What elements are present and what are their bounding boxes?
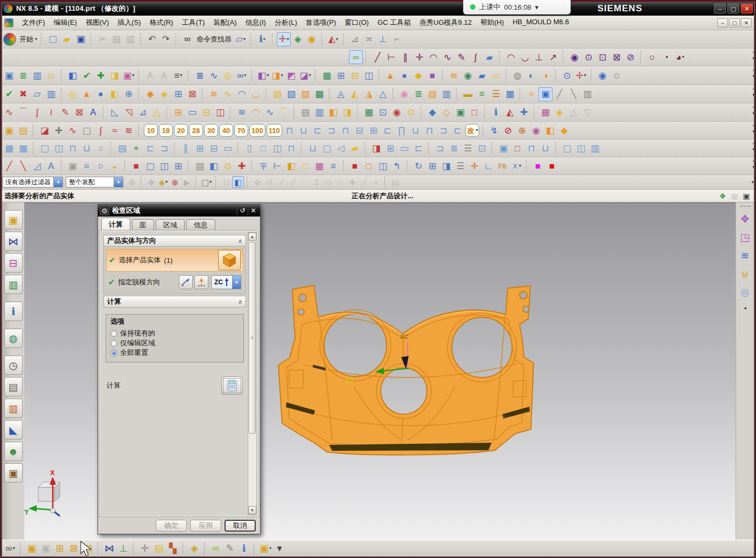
- orange-cube-icon[interactable]: ◧: [543, 123, 557, 137]
- sphere2-icon[interactable]: ●: [94, 87, 108, 101]
- arc4-icon[interactable]: ⌒: [16, 106, 30, 120]
- move-component-icon[interactable]: ✥: [738, 211, 753, 226]
- sew-icon[interactable]: ⊟: [199, 106, 213, 120]
- thread-icon[interactable]: ✛▾: [574, 68, 588, 82]
- reuse-library-icon[interactable]: ▥: [4, 275, 23, 294]
- arc5-icon[interactable]: ⌒: [299, 176, 311, 188]
- rail2-icon[interactable]: ⊐: [157, 141, 171, 155]
- trimmed-sheet-icon[interactable]: ▧: [284, 87, 298, 101]
- redo-icon[interactable]: ↷: [159, 32, 173, 46]
- menu-item[interactable]: 编辑(E): [50, 16, 81, 29]
- untrim-icon[interactable]: ⊠: [185, 87, 199, 101]
- cup-icon[interactable]: ⊔: [80, 141, 94, 155]
- filter-funnel-icon[interactable]: ◈▾: [157, 176, 169, 188]
- red-block-icon[interactable]: ■: [129, 159, 143, 173]
- clamp3-icon[interactable]: ⊓: [524, 141, 538, 155]
- cross-icon[interactable]: ✛: [52, 123, 66, 137]
- frame2-icon[interactable]: ▢: [320, 141, 334, 155]
- selection-filter-dropdown[interactable]: 没有选择过滤器 ▾: [2, 177, 63, 187]
- half-icon[interactable]: ◒: [108, 159, 122, 173]
- section-header-body-direction[interactable]: 产品实体与方向 ∧: [103, 235, 246, 247]
- sketch-grid-icon[interactable]: ▥: [44, 87, 58, 101]
- grid3-icon[interactable]: ⊞: [383, 141, 397, 155]
- i-form-icon[interactable]: ◭: [348, 87, 362, 101]
- distance-icon[interactable]: ≡: [475, 87, 489, 101]
- snap-mid-icon[interactable]: ≍: [362, 32, 376, 46]
- ellipse-icon[interactable]: ⊘: [624, 50, 638, 64]
- datum-csys-icon[interactable]: ◺: [108, 106, 122, 120]
- assembly-constraints-icon[interactable]: ⊥: [116, 541, 130, 555]
- split-icon[interactable]: ◫: [52, 141, 66, 155]
- start-menu[interactable]: 开始▾: [17, 32, 38, 46]
- datum-point-icon[interactable]: △: [150, 106, 164, 120]
- select-product-body-row[interactable]: ✔ 选择产品实体 (1): [106, 249, 243, 271]
- stamp-icon[interactable]: A: [143, 68, 157, 82]
- radio-option[interactable]: 仅编辑区域: [110, 338, 239, 348]
- tube-icon[interactable]: ◉: [390, 106, 404, 120]
- offset-curve-icon[interactable]: ▥: [312, 106, 326, 120]
- match-edge-icon[interactable]: △: [376, 87, 390, 101]
- section-curve-icon[interactable]: ⌒: [277, 106, 291, 120]
- slide-icon[interactable]: ▭: [397, 141, 411, 155]
- text2-icon[interactable]: A: [44, 159, 58, 173]
- menu-item[interactable]: 插入(S): [113, 16, 145, 29]
- moldbase-icon[interactable]: ⊓: [283, 123, 297, 137]
- filter-target-icon[interactable]: ⊕: [515, 123, 529, 137]
- fillet-icon[interactable]: ◠: [504, 50, 518, 64]
- extrude-icon[interactable]: ▰: [475, 68, 489, 82]
- menu-item[interactable]: 装配(A): [209, 16, 241, 29]
- moldbase-icon[interactable]: ⊓: [423, 123, 437, 137]
- vector-dialog-button[interactable]: [179, 275, 193, 289]
- command-finder-icon[interactable]: ∞: [180, 32, 194, 46]
- marquee-icon[interactable]: ▢▾: [200, 176, 213, 188]
- radio-icon[interactable]: [110, 340, 117, 347]
- shaded-box-icon[interactable]: ▣: [538, 87, 552, 101]
- tab-区域[interactable]: 区域: [156, 219, 185, 231]
- washer-icon[interactable]: ◎: [221, 68, 235, 82]
- rectangle2-icon[interactable]: ⊠: [610, 50, 624, 64]
- lightning-icon[interactable]: ↯: [487, 123, 501, 137]
- moldbase-icon[interactable]: ⊟: [353, 123, 367, 137]
- grid4-icon[interactable]: ⊞: [171, 159, 185, 173]
- radio-icon[interactable]: [110, 350, 117, 357]
- list2-icon[interactable]: ☰: [461, 141, 475, 155]
- interpart-link-icon[interactable]: ∞: [209, 541, 223, 555]
- magenta-swatch[interactable]: ■: [531, 159, 545, 173]
- grid2-icon[interactable]: ▦: [16, 141, 30, 155]
- cylinder-icon[interactable]: ■: [425, 68, 439, 82]
- datum-plane2-icon[interactable]: ⊿: [136, 106, 150, 120]
- menu-item[interactable]: 工具(T): [178, 16, 209, 29]
- cup2-icon[interactable]: ⊔: [306, 141, 320, 155]
- groups-icon[interactable]: ☻: [4, 442, 23, 461]
- check-icon[interactable]: ✔: [2, 87, 16, 101]
- torus-icon[interactable]: ◎: [66, 87, 80, 101]
- size-110-button[interactable]: 110: [267, 124, 282, 137]
- word-icon[interactable]: 字: [256, 159, 270, 173]
- thicken-icon[interactable]: ▭: [185, 106, 199, 120]
- section-icon[interactable]: ≣: [411, 87, 425, 101]
- box2-icon[interactable]: □: [256, 141, 270, 155]
- lasso-icon[interactable]: ∞▾: [235, 68, 249, 82]
- arrangements-icon[interactable]: ▤: [152, 541, 166, 555]
- menu-item[interactable]: 首选项(P): [302, 16, 340, 29]
- assembly-navigator-icon[interactable]: ▣: [4, 210, 23, 229]
- scrollbar-thumb[interactable]: ≡: [249, 242, 256, 434]
- line6-icon[interactable]: ╱: [358, 176, 370, 188]
- ruler-icon[interactable]: ☰: [453, 159, 467, 173]
- chamfer-icon[interactable]: ◡: [518, 50, 532, 64]
- edge-symmetry-icon[interactable]: ◮: [362, 87, 376, 101]
- layer-settings-icon[interactable]: ▥: [30, 68, 44, 82]
- menu-item[interactable]: 格式(R): [145, 16, 178, 29]
- point-set-icon[interactable]: ⊠: [72, 106, 86, 120]
- inferred-vector-button[interactable]: [194, 275, 208, 289]
- text-curve-icon[interactable]: ≀: [44, 106, 58, 120]
- offset-surface-icon[interactable]: ▤: [270, 87, 284, 101]
- size-28-button[interactable]: 28: [189, 124, 203, 137]
- line2-icon[interactable]: ╱: [2, 159, 16, 173]
- sketch-tool-icon[interactable]: ≋: [738, 248, 753, 263]
- up-icon[interactable]: ↥: [311, 176, 323, 188]
- mdi-restore-button[interactable]: ▢: [729, 18, 740, 27]
- collapse-chevron-icon[interactable]: ∧: [238, 298, 242, 305]
- dialog-reset-button[interactable]: ↺: [237, 206, 248, 215]
- mirror-assembly-icon[interactable]: ⋈: [102, 541, 116, 555]
